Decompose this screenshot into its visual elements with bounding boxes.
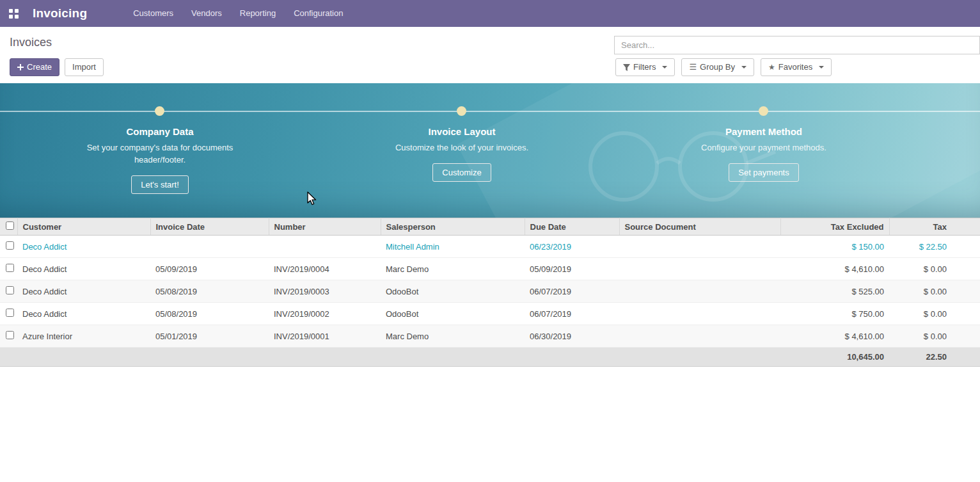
cell-number — [269, 236, 381, 258]
cell-tax: $ 22.50 — [889, 236, 980, 258]
favorites-button-label: Favorites — [778, 62, 812, 72]
invoice-row[interactable]: Deco Addict 05/08/2019 INV/2019/0002 Odo… — [0, 303, 980, 325]
caret-down-icon — [662, 66, 667, 68]
cell-due-date: 06/07/2019 — [525, 280, 619, 303]
filter-icon — [623, 64, 630, 71]
filters-button[interactable]: Filters — [615, 58, 675, 76]
cell-tax: $ 0.00 — [889, 303, 980, 325]
step-description: Configure your payment methods. — [690, 141, 837, 154]
cell-customer: Azure Interior — [17, 325, 150, 348]
table-header-row: Customer Invoice Date Number Salesperson… — [0, 218, 980, 236]
action-buttons: Create Import — [10, 58, 104, 76]
menu-reporting[interactable]: Reporting — [231, 0, 285, 27]
column-header-source-document[interactable]: Source Document — [619, 218, 780, 236]
column-header-salesperson[interactable]: Salesperson — [381, 218, 525, 236]
cell-number: INV/2019/0004 — [269, 258, 381, 280]
create-button[interactable]: Create — [10, 58, 59, 76]
cell-tax: $ 0.00 — [889, 325, 980, 348]
cell-invoice-date: 05/09/2019 — [150, 258, 269, 280]
cell-customer: Deco Addict — [17, 280, 150, 303]
caret-down-icon — [741, 66, 747, 68]
totals-spacer — [0, 348, 780, 367]
step-dot-icon — [759, 106, 768, 116]
cell-source-document — [619, 280, 780, 303]
step-title: Payment Method — [668, 126, 860, 137]
cell-due-date: 06/07/2019 — [525, 303, 619, 325]
import-button-label: Import — [72, 62, 96, 72]
menu-configuration[interactable]: Configuration — [285, 0, 352, 27]
menu-vendors[interactable]: Vendors — [182, 0, 231, 27]
cell-salesperson: Mitchell Admin — [381, 236, 525, 258]
invoice-table-body: Deco Addict Mitchell Admin 06/23/2019 $ … — [0, 236, 980, 348]
column-header-customer[interactable]: Customer — [17, 218, 150, 236]
cell-source-document — [619, 258, 780, 280]
row-checkbox[interactable] — [6, 309, 14, 317]
search-input[interactable] — [614, 36, 980, 54]
row-checkbox-cell — [0, 303, 17, 325]
cell-number: INV/2019/0001 — [269, 325, 381, 348]
onboarding-step-payment-method: Payment Method Configure your payment me… — [668, 83, 860, 182]
import-button[interactable]: Import — [65, 58, 104, 76]
column-header-tax[interactable]: Tax — [889, 218, 980, 236]
filters-button-label: Filters — [633, 62, 656, 72]
row-checkbox[interactable] — [6, 264, 14, 272]
cell-salesperson: OdooBot — [381, 303, 525, 325]
cell-customer: Deco Addict — [17, 236, 150, 258]
column-header-due-date[interactable]: Due Date — [525, 218, 619, 236]
navbar-menu: Customers Vendors Reporting Configuratio… — [124, 0, 352, 27]
step-dot-icon — [155, 106, 164, 116]
row-checkbox[interactable] — [6, 286, 14, 294]
cell-invoice-date: 05/01/2019 — [150, 325, 269, 348]
cell-number: INV/2019/0002 — [269, 303, 381, 325]
cell-tax: $ 0.00 — [889, 280, 980, 303]
cell-customer: Deco Addict — [17, 303, 150, 325]
column-header-tax-excluded[interactable]: Tax Excluded — [780, 218, 889, 236]
apps-grid-icon[interactable] — [9, 9, 19, 19]
top-navbar: Invoicing Customers Vendors Reporting Co… — [0, 0, 980, 27]
cell-salesperson: OdooBot — [381, 280, 525, 303]
caret-down-icon — [819, 66, 824, 68]
app-title[interactable]: Invoicing — [33, 6, 87, 20]
cell-tax-excluded: $ 525.00 — [780, 280, 889, 303]
breadcrumb: Invoices — [10, 36, 52, 49]
lets-start-button[interactable]: Let's start! — [131, 175, 189, 194]
search-options: Filters ☰ Group By ★ Favorites — [615, 58, 832, 76]
cell-tax-excluded: $ 4,610.00 — [780, 325, 889, 348]
cell-tax-excluded: $ 4,610.00 — [780, 258, 889, 280]
set-payments-button[interactable]: Set payments — [729, 163, 799, 182]
favorites-button[interactable]: ★ Favorites — [761, 58, 832, 76]
cell-source-document — [619, 325, 780, 348]
row-checkbox-cell — [0, 325, 17, 348]
column-header-invoice-date[interactable]: Invoice Date — [150, 218, 269, 236]
total-tax-excluded: 10,645.00 — [780, 348, 889, 367]
select-all-checkbox[interactable] — [6, 221, 14, 230]
cell-tax: $ 0.00 — [889, 258, 980, 280]
cell-salesperson: Marc Demo — [381, 258, 525, 280]
row-checkbox[interactable] — [6, 331, 14, 339]
cell-invoice-date: 05/08/2019 — [150, 280, 269, 303]
invoice-row[interactable]: Deco Addict 05/08/2019 INV/2019/0003 Odo… — [0, 280, 980, 303]
cell-invoice-date: 05/08/2019 — [150, 303, 269, 325]
onboarding-step-company-data: Company Data Set your company's data for… — [64, 83, 256, 194]
invoice-row[interactable]: Deco Addict 05/09/2019 INV/2019/0004 Mar… — [0, 258, 980, 280]
step-title: Invoice Layout — [366, 126, 558, 137]
cell-source-document — [619, 236, 780, 258]
row-checkbox[interactable] — [6, 241, 14, 250]
menu-customers[interactable]: Customers — [124, 0, 182, 27]
step-description: Customize the look of your invoices. — [388, 141, 535, 154]
step-dot-icon — [457, 106, 466, 116]
customize-button[interactable]: Customize — [432, 163, 491, 182]
step-description: Set your company's data for documents he… — [86, 141, 233, 166]
group-by-button[interactable]: ☰ Group By — [681, 58, 754, 76]
invoice-row[interactable]: Deco Addict Mitchell Admin 06/23/2019 $ … — [0, 236, 980, 258]
onboarding-banner: Company Data Set your company's data for… — [0, 83, 980, 218]
column-header-number[interactable]: Number — [269, 218, 381, 236]
row-checkbox-cell — [0, 236, 17, 258]
cell-source-document — [619, 303, 780, 325]
totals-row: 10,645.00 22.50 — [0, 348, 980, 367]
group-by-icon: ☰ — [689, 62, 697, 72]
invoice-row[interactable]: Azure Interior 05/01/2019 INV/2019/0001 … — [0, 325, 980, 348]
create-button-label: Create — [27, 62, 52, 72]
cell-due-date: 05/09/2019 — [525, 258, 619, 280]
cell-due-date: 06/30/2019 — [525, 325, 619, 348]
